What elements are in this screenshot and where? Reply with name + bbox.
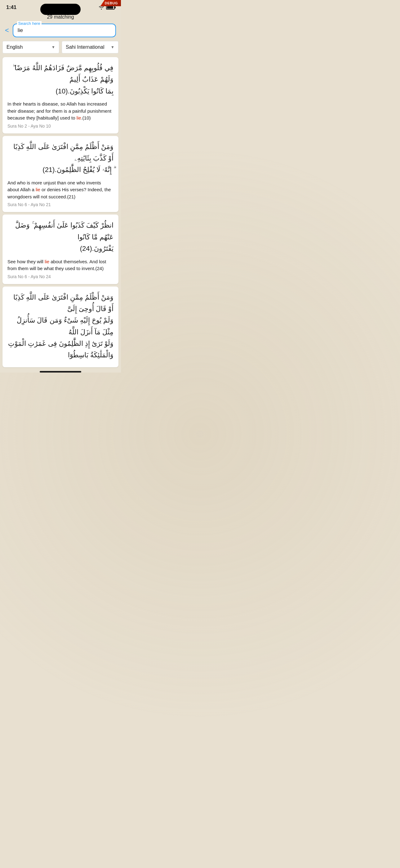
search-label: Search here: [17, 21, 41, 26]
home-indicator: [40, 371, 81, 373]
result-card: وَمَنْ أَظْلَمُ مِمَّنِ افْتَرَىٰ عَلَى …: [2, 286, 119, 367]
result-card: انظُرْ كَيْفَ كَذَبُوا عَلَىٰ أَنفُسِهِم…: [2, 215, 119, 284]
matching-count: 29 matching: [47, 14, 74, 20]
search-input[interactable]: [18, 27, 111, 34]
english-text: In their hearts is disease, so Allah has…: [7, 101, 113, 122]
english-post: .(10): [81, 115, 91, 120]
english-text: See how they will lie about themselves. …: [7, 258, 113, 272]
arabic-text: وَمَنْ أَظْلَمُ مِمَّنِ افْتَرَىٰ عَلَى …: [7, 291, 113, 361]
language-dropdown-arrow: ▼: [52, 45, 55, 49]
highlight-word: lie: [76, 115, 81, 120]
status-bar: 1:41: [0, 0, 121, 13]
language-dropdown[interactable]: English ▼: [2, 41, 59, 53]
english-text: And who is more unjust than one who inve…: [7, 180, 113, 200]
highlight-word: lie: [45, 259, 49, 264]
result-card: وَمَنْ أَظْلَمُ مِمَّنِ افْتَرَىٰ عَلَى …: [2, 136, 119, 212]
reference: Sura No 6 - Aya No 21: [7, 202, 113, 207]
search-container: < Search here: [0, 22, 121, 41]
arabic-text: انظُرْ كَيْفَ كَذَبُوا عَلَىٰ أَنفُسِهِم…: [7, 219, 113, 254]
results-list: فِي قُلُوبِهِم مَّرَضٌ فَزَادَهُمُ اللَّ…: [0, 57, 121, 367]
result-card: فِي قُلُوبِهِم مَّرَضٌ فَزَادَهُمُ اللَّ…: [2, 57, 119, 133]
translation-dropdown-text: Sahi International: [66, 44, 104, 50]
search-field-wrapper: Search here: [13, 24, 116, 37]
english-pre: See how they will: [7, 259, 45, 264]
status-time: 1:41: [6, 4, 16, 10]
reference: Sura No 2 - Aya No 10: [7, 124, 113, 128]
translation-dropdown-arrow: ▼: [111, 45, 114, 49]
dynamic-island: [40, 4, 80, 15]
translation-dropdown[interactable]: Sahi International ▼: [62, 41, 119, 53]
english-pre: In their hearts is disease, so Allah has…: [7, 101, 111, 120]
reference: Sura No 6 - Aya No 24: [7, 274, 113, 279]
language-dropdown-text: English: [6, 44, 23, 50]
arabic-text: وَمَنْ أَظْلَمُ مِمَّنِ افْتَرَىٰ عَلَى …: [7, 141, 113, 176]
arabic-text: فِي قُلُوبِهِم مَّرَضٌ فَزَادَهُمُ اللَّ…: [7, 62, 113, 97]
dropdowns-row: English ▼ Sahi International ▼: [0, 41, 121, 57]
back-button[interactable]: <: [5, 26, 9, 34]
highlight-word: lie: [36, 187, 40, 192]
